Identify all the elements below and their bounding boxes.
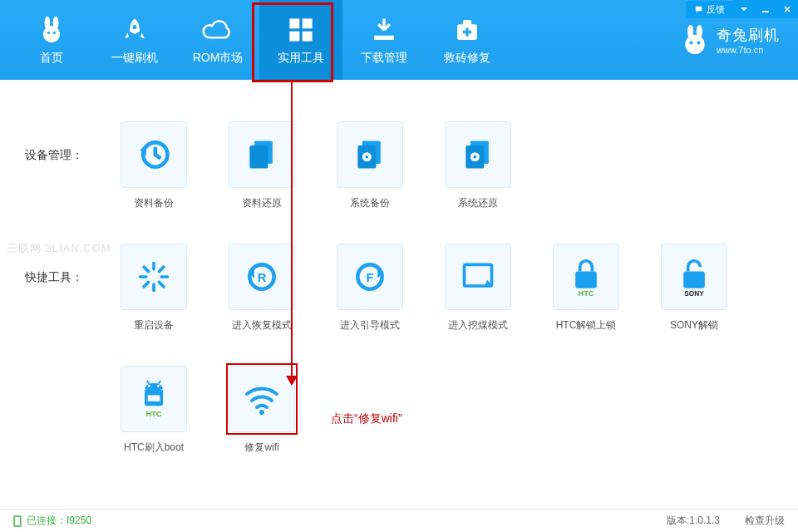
nav-tools[interactable]: 实用工具: [259, 0, 342, 80]
lock-icon: HTC: [568, 256, 604, 298]
dropdown-button[interactable]: [733, 0, 755, 18]
tool-fix-wifi[interactable]: 修复wifi: [224, 366, 299, 455]
status-bar: 已连接：I9250 版本:1.0.1.3 检查升级: [0, 509, 798, 532]
tool-label: 修复wifi: [244, 441, 278, 455]
svg-text:F: F: [367, 271, 374, 284]
tool-reboot[interactable]: 重启设备: [116, 244, 191, 332]
nav-flash[interactable]: 一键刷机: [93, 0, 176, 80]
svg-point-5: [53, 32, 56, 34]
svg-rect-0: [762, 11, 769, 12]
svg-point-4: [47, 32, 50, 34]
svg-point-29: [474, 155, 477, 159]
close-icon: [783, 5, 791, 13]
status-check-update[interactable]: 检查升级: [745, 514, 785, 528]
tool-htc-unlock[interactable]: HTC HTC解锁上锁: [549, 244, 623, 332]
svg-rect-45: [683, 272, 705, 288]
rocket-icon: [121, 14, 149, 46]
tool-label: 重启设备: [134, 318, 174, 332]
fastboot-icon: F: [352, 259, 388, 295]
tool-restore-system[interactable]: 系统还原: [441, 121, 515, 210]
content: 设备管理： 资料备份 资料还原 系统备份 系统还原 快捷工具：: [0, 80, 798, 509]
tool-label: HTC解锁上锁: [556, 318, 617, 332]
history-icon: [135, 136, 172, 173]
recovery-icon: R: [244, 259, 280, 295]
svg-point-17: [690, 42, 693, 45]
minimize-button[interactable]: [755, 0, 776, 18]
nav-rescue[interactable]: 救砖修复: [426, 0, 509, 80]
section-extra: HTC HTC刷入boot 修复wifi: [25, 366, 781, 455]
svg-point-16: [685, 35, 704, 54]
section-quick: 快捷工具： 重启设备 R 进入恢复模式 F 进入引导模式 进入挖煤模式 HTC …: [25, 244, 781, 332]
svg-line-50: [147, 381, 150, 384]
svg-text:SONY: SONY: [684, 290, 704, 298]
tool-label: 系统还原: [458, 196, 498, 210]
nav-downloads[interactable]: 下载管理: [342, 0, 426, 80]
svg-line-35: [159, 282, 164, 287]
svg-text:HTC: HTC: [579, 289, 594, 298]
files-gear-icon: [460, 136, 496, 173]
svg-text:R: R: [258, 271, 267, 284]
tool-label: 资料备份: [134, 196, 174, 210]
section-label-empty: [25, 366, 116, 392]
wifi-icon: [242, 382, 282, 416]
tool-htc-boot[interactable]: HTC HTC刷入boot: [116, 366, 191, 455]
files-gear-icon: [352, 136, 388, 173]
nav-label: 一键刷机: [111, 51, 158, 66]
annotation-text: 点击“修复wifi”: [331, 411, 402, 426]
tool-label: 进入恢复模式: [232, 318, 292, 332]
nav-label: 下载管理: [361, 51, 407, 66]
svg-line-34: [144, 267, 149, 272]
svg-rect-55: [14, 516, 21, 526]
svg-point-18: [697, 42, 701, 45]
svg-line-36: [159, 267, 164, 272]
chevron-down-icon: [740, 5, 748, 13]
tool-restore-data[interactable]: 资料还原: [224, 121, 299, 210]
feedback-button[interactable]: 反馈: [686, 1, 733, 18]
svg-rect-52: [148, 395, 160, 401]
brand: 奇兔刷机 www.7to.cn: [680, 25, 780, 55]
svg-rect-21: [249, 145, 268, 169]
svg-line-37: [144, 282, 149, 287]
grid-icon: [287, 14, 315, 46]
tool-sony-unlock[interactable]: SONY SONY解锁: [657, 244, 732, 332]
download-icon: [370, 14, 398, 46]
phone-icon: [13, 515, 22, 527]
tool-backup-system[interactable]: 系统备份: [332, 121, 407, 210]
tool-recovery-mode[interactable]: R 进入恢复模式: [224, 244, 299, 332]
minimize-icon: [761, 5, 770, 13]
svg-text:HTC: HTC: [146, 410, 162, 418]
feedback-label: 反馈: [707, 3, 725, 16]
svg-rect-11: [374, 36, 394, 40]
section-label: 设备管理：: [25, 121, 116, 163]
loading-icon: [135, 259, 172, 295]
svg-point-25: [366, 155, 369, 159]
files-icon: [244, 136, 280, 173]
header-nav: 首页 一键刷机 ROM市场 实用工具 下载管理 救砖修复 奇兔刷机 www.7t…: [0, 0, 798, 80]
status-version: 版本:1.0.1.3: [667, 514, 720, 528]
svg-rect-13: [463, 20, 471, 26]
svg-rect-7: [289, 18, 299, 28]
rabbit-icon: [37, 14, 66, 46]
tool-download-mode[interactable]: 进入挖煤模式: [441, 244, 515, 332]
nav-label: 首页: [40, 51, 63, 66]
tool-label: SONY解锁: [670, 318, 718, 332]
status-connection: 已连接：I9250: [13, 514, 91, 528]
nav-rom-market[interactable]: ROM市场: [176, 0, 259, 80]
medkit-icon: [453, 14, 481, 46]
android-icon: HTC: [135, 378, 172, 420]
nav-home[interactable]: 首页: [10, 0, 93, 80]
tool-backup-data[interactable]: 资料备份: [116, 121, 191, 210]
tool-fastboot-mode[interactable]: F 进入引导模式: [332, 244, 407, 332]
tool-label: 进入引导模式: [340, 318, 400, 332]
svg-point-49: [157, 385, 160, 387]
nav-label: 实用工具: [278, 51, 324, 66]
close-button[interactable]: [776, 0, 798, 18]
status-connected-text: 已连接：I9250: [27, 514, 91, 528]
tool-label: 资料还原: [242, 196, 282, 210]
section-device: 设备管理： 资料备份 资料还原 系统备份 系统还原: [25, 121, 781, 210]
speech-icon: [694, 5, 703, 14]
svg-point-3: [43, 26, 60, 42]
brand-rabbit-icon: [680, 25, 710, 55]
window-titlebar: 反馈: [686, 0, 798, 18]
tool-label: HTC刷入boot: [124, 441, 184, 455]
